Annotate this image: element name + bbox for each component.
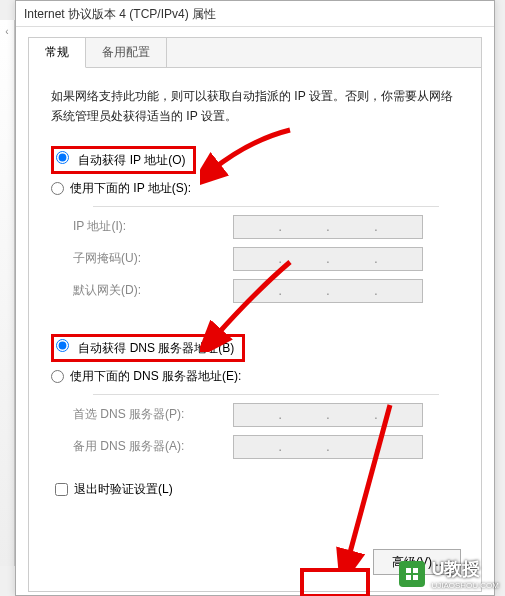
validate-checkbox[interactable] [55,483,68,496]
tab-general[interactable]: 常规 [29,38,86,68]
dns-auto-row[interactable]: 自动获得 DNS 服务器地址(B) [51,331,459,365]
dns-divider [93,394,439,395]
validate-label: 退出时验证设置(L) [74,481,173,498]
window-title: Internet 协议版本 4 (TCP/IPv4) 属性 [24,7,216,21]
gateway-label: 默认网关(D): [73,282,233,299]
watermark-text-block: U教授 UJIAOSHOU.COM [431,557,499,590]
subnet-mask-label: 子网掩码(U): [73,250,233,267]
watermark-badge-icon [399,561,425,587]
dns-pref-row: 首选 DNS 服务器(P): ... [51,399,459,431]
dns-manual-radio[interactable] [51,370,64,383]
title-bar: Internet 协议版本 4 (TCP/IPv4) 属性 [16,1,494,27]
ip-manual-radio[interactable] [51,182,64,195]
watermark-sub: UJIAOSHOU.COM [431,581,499,590]
ip-manual-row[interactable]: 使用下面的 IP 地址(S): [51,177,459,200]
dns-auto-highlight: 自动获得 DNS 服务器地址(B) [51,334,245,362]
subnet-mask-row: 子网掩码(U): ... [51,243,459,275]
dns-auto-label: 自动获得 DNS 服务器地址(B) [78,341,234,355]
dialog-body: 常规 备用配置 如果网络支持此功能，则可以获取自动指派的 IP 设置。否则，你需… [28,37,482,592]
left-edge-strip: ‹ [0,20,15,566]
dns-pref-input: ... [233,403,423,427]
tab-alternate[interactable]: 备用配置 [86,38,167,67]
dialog-window: Internet 协议版本 4 (TCP/IPv4) 属性 常规 备用配置 如果… [15,0,495,596]
ip-divider [93,206,439,207]
description-text: 如果网络支持此功能，则可以获取自动指派的 IP 设置。否则，你需要从网络系统管理… [29,68,481,135]
dns-alt-label: 备用 DNS 服务器(A): [73,438,233,455]
dns-manual-label: 使用下面的 DNS 服务器地址(E): [70,368,241,385]
ip-section: 自动获得 IP 地址(O) 使用下面的 IP 地址(S): IP 地址(I): … [47,143,463,313]
dns-manual-row[interactable]: 使用下面的 DNS 服务器地址(E): [51,365,459,388]
dns-pref-label: 首选 DNS 服务器(P): [73,406,233,423]
tab-strip: 常规 备用配置 [29,38,481,68]
bottom-highlight-rect [300,568,370,596]
subnet-mask-input: ... [233,247,423,271]
ip-auto-highlight: 自动获得 IP 地址(O) [51,146,196,174]
ip-auto-radio[interactable] [56,151,69,164]
ip-address-label: IP 地址(I): [73,218,233,235]
watermark: U教授 UJIAOSHOU.COM [399,557,499,590]
ip-manual-label: 使用下面的 IP 地址(S): [70,180,191,197]
ip-address-row: IP 地址(I): ... [51,211,459,243]
ip-address-input: ... [233,215,423,239]
dns-alt-input: ... [233,435,423,459]
dns-section: 自动获得 DNS 服务器地址(B) 使用下面的 DNS 服务器地址(E): 首选… [47,331,463,469]
gateway-row: 默认网关(D): ... [51,275,459,307]
gateway-input: ... [233,279,423,303]
left-edge-mark: ‹ [0,20,14,37]
validate-row[interactable]: 退出时验证设置(L) [29,471,481,498]
dns-alt-row: 备用 DNS 服务器(A): ... [51,431,459,463]
watermark-title: U教授 [431,557,499,581]
ip-auto-row[interactable]: 自动获得 IP 地址(O) [51,143,459,177]
dns-auto-radio[interactable] [56,339,69,352]
ip-auto-label: 自动获得 IP 地址(O) [78,153,185,167]
